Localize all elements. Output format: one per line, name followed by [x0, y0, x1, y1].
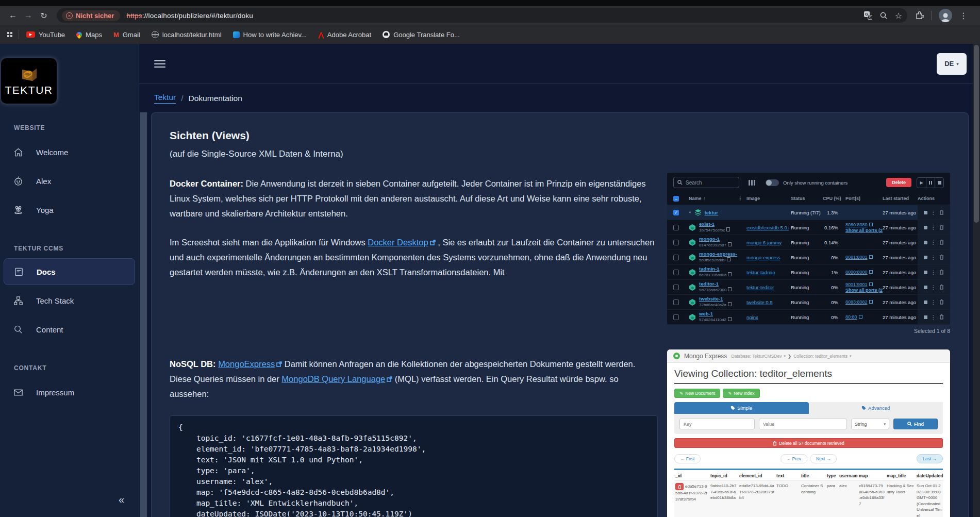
- docker-container-row[interactable]: tadmin-1 6e781316da0a tektur-tadmin Runn…: [667, 265, 950, 280]
- image-link[interactable]: nginx: [746, 314, 789, 320]
- container-name-link[interactable]: mongo-express-: [699, 252, 737, 257]
- stop-container-icon[interactable]: [924, 241, 927, 244]
- bookmark-star-icon[interactable]: ☆: [895, 11, 902, 21]
- container-group-name[interactable]: tektur: [705, 210, 718, 215]
- new-index-button[interactable]: ✎New Index: [723, 389, 759, 398]
- container-name-link[interactable]: mongo-1: [699, 237, 732, 242]
- container-id[interactable]: 8147dc392b87: [699, 243, 732, 247]
- apps-grid-icon[interactable]: [7, 32, 12, 37]
- column-header[interactable]: topic_id: [709, 471, 738, 481]
- chrome-menu-icon[interactable]: ⋮: [959, 11, 968, 21]
- sidebar-collapse-icon[interactable]: «: [119, 494, 124, 506]
- sidebar-item-content[interactable]: Content: [0, 315, 139, 344]
- row-checkbox[interactable]: [673, 285, 679, 290]
- docker-search-input[interactable]: [686, 180, 729, 186]
- back-icon[interactable]: ←: [5, 8, 21, 23]
- column-header[interactable]: type: [826, 471, 838, 481]
- image-link[interactable]: tektur-tadmin: [746, 270, 789, 275]
- window-scrollbar-thumb[interactable]: [974, 45, 979, 223]
- pause-icon[interactable]: [926, 178, 935, 188]
- row-checkbox[interactable]: [673, 299, 679, 305]
- column-header[interactable]: title: [800, 471, 826, 481]
- security-warning-chip[interactable]: ✕ Nicht sicher: [62, 10, 120, 21]
- image-link[interactable]: tektur-teditor: [746, 285, 789, 290]
- row-checkbox[interactable]: [673, 225, 679, 230]
- forward-icon[interactable]: →: [21, 8, 36, 23]
- container-id[interactable]: 9d733add2300: [699, 288, 732, 292]
- row-menu-icon[interactable]: ⋮: [931, 314, 936, 320]
- sort-asc-icon[interactable]: ↑: [704, 196, 706, 201]
- container-name-link[interactable]: exist-1: [699, 222, 730, 227]
- image-link[interactable]: mongo-express: [746, 255, 789, 260]
- sidebar-item-docs[interactable]: Docs: [4, 258, 135, 285]
- row-checkbox[interactable]: [673, 314, 679, 320]
- stop-container-icon[interactable]: [924, 301, 927, 304]
- port-link[interactable]: 9001:9001: [845, 282, 873, 287]
- play-icon[interactable]: ▶: [917, 178, 926, 188]
- select-all-checkbox[interactable]: –: [673, 196, 679, 202]
- docker-container-row[interactable]: web-1 5740284110d2 nginx Running 0% 80:8…: [667, 310, 950, 325]
- row-menu-icon[interactable]: ⋮: [931, 255, 936, 260]
- row-checkbox[interactable]: [673, 240, 679, 245]
- next-page-button[interactable]: Next →: [810, 454, 837, 463]
- chevron-down-icon[interactable]: ˅: [689, 210, 691, 215]
- bookmark-acrobat[interactable]: ⋀Adobe Acrobat: [318, 31, 371, 39]
- address-bar[interactable]: ✕ Nicht sicher https://localhost/publizi…: [57, 8, 907, 23]
- image-link[interactable]: twebsite:0.5: [746, 299, 789, 305]
- stop-container-icon[interactable]: [924, 271, 927, 274]
- zoom-icon[interactable]: [879, 11, 888, 20]
- bookmark-translate[interactable]: Google Translate Fo...: [383, 31, 460, 39]
- stop-icon[interactable]: [935, 178, 943, 188]
- tektur-logo[interactable]: TEKTUR: [1, 58, 57, 104]
- bookmark-gmail[interactable]: MGmail: [113, 31, 140, 39]
- delete-container-icon[interactable]: [939, 224, 944, 231]
- row-checkbox-checked[interactable]: ✓: [673, 210, 679, 215]
- content-scrollbar-thumb[interactable]: [140, 112, 147, 517]
- port-link[interactable]: 8000:8000: [845, 270, 873, 275]
- delete-container-icon[interactable]: [939, 254, 944, 261]
- tab-advanced[interactable]: Advanced: [809, 402, 943, 414]
- delete-all-button[interactable]: Delete all 57 documents retrieved: [674, 438, 943, 448]
- docker-container-row[interactable]: twebsite-1 72bd6ac40a2a twebsite:0.5 Run…: [667, 295, 950, 310]
- find-button[interactable]: Find: [893, 419, 938, 429]
- row-menu-icon[interactable]: ⋮: [931, 270, 936, 275]
- row-menu-icon[interactable]: ⋮: [931, 299, 936, 305]
- tab-simple[interactable]: Simple: [674, 402, 809, 414]
- port-link[interactable]: 8080:8080: [845, 222, 873, 227]
- stop-container-icon[interactable]: [924, 315, 927, 319]
- delete-container-icon[interactable]: [939, 284, 944, 291]
- image-link[interactable]: existdb/existdb:5.0.0: [746, 225, 789, 230]
- column-header[interactable]: element_id: [738, 471, 775, 481]
- docker-desktop-link[interactable]: Docker Desktop: [368, 238, 428, 247]
- container-name-link[interactable]: teditor-1: [699, 281, 732, 287]
- delete-container-icon[interactable]: [939, 269, 944, 276]
- columns-icon[interactable]: [749, 180, 755, 186]
- new-document-button[interactable]: ✎New Document: [674, 389, 720, 398]
- docker-container-row[interactable]: teditor-1 9d733add2300 tektur-teditor Ru…: [667, 280, 950, 295]
- mongoexpress-link[interactable]: MongoExpress: [218, 359, 275, 369]
- docker-search-box[interactable]: [673, 177, 739, 188]
- sidebar-item-welcome[interactable]: Welcome: [0, 138, 139, 166]
- delete-container-icon[interactable]: [939, 314, 944, 321]
- container-id[interactable]: 1b75475cefbc: [699, 228, 730, 232]
- docker-delete-button[interactable]: Delete: [886, 178, 911, 187]
- delete-container-icon[interactable]: [939, 299, 944, 306]
- profile-avatar[interactable]: [939, 9, 952, 22]
- docker-container-row[interactable]: mongo-1 8147dc392b87 mongo:6-jammy Runni…: [667, 235, 950, 250]
- mql-link[interactable]: MongoDB Query Language: [281, 374, 385, 383]
- row-checkbox[interactable]: [673, 270, 679, 275]
- value-input[interactable]: [759, 419, 847, 429]
- bookmark-maps[interactable]: Maps: [76, 31, 102, 39]
- delete-container-icon[interactable]: [939, 239, 944, 246]
- row-menu-icon[interactable]: ⋮: [931, 285, 936, 290]
- container-name-link[interactable]: twebsite-1: [699, 296, 732, 302]
- docker-container-row[interactable]: mongo-express- 5b3f5e52bdd9 mongo-expres…: [667, 250, 950, 265]
- port-link[interactable]: 8081:8081: [845, 255, 873, 260]
- prev-page-button[interactable]: ← Prev: [780, 454, 807, 463]
- container-id[interactable]: 5740284110d2: [699, 318, 732, 322]
- show-all-ports-link[interactable]: Show all ports (2: [845, 288, 883, 293]
- type-select[interactable]: String▾: [851, 419, 889, 429]
- docker-row-tektur[interactable]: ✓ ˅ tektur Running (7/7) 1.3%: [667, 205, 950, 220]
- row-menu-icon[interactable]: ⋮: [931, 210, 936, 215]
- stop-container-icon[interactable]: [924, 226, 927, 229]
